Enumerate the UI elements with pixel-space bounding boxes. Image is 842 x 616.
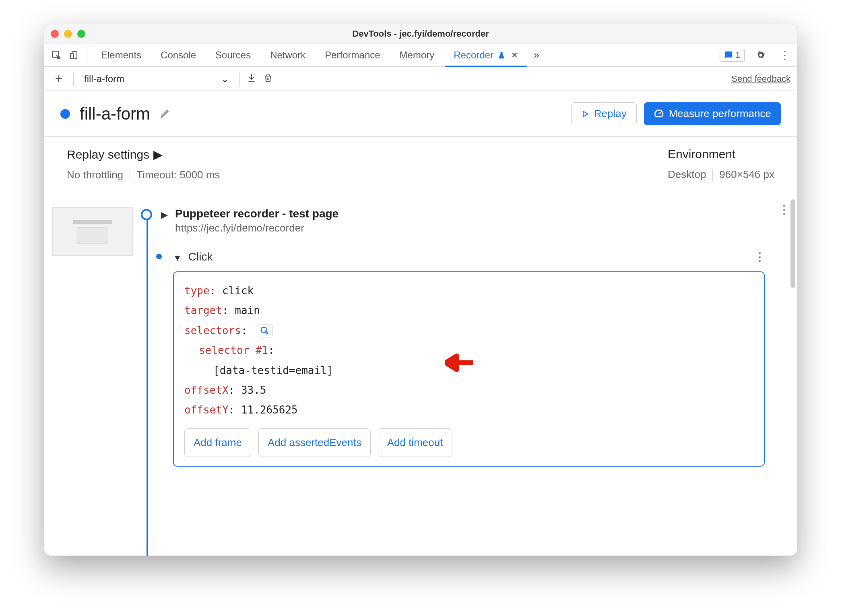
tab-sources[interactable]: Sources (206, 43, 260, 67)
more-tabs-icon[interactable]: » (528, 47, 545, 63)
measure-performance-button[interactable]: Measure performance (644, 102, 781, 125)
feedback-icon (724, 51, 733, 60)
traffic-lights (51, 30, 85, 38)
step-marker-icon (141, 209, 152, 220)
device-value: Desktop (668, 168, 706, 181)
step-click[interactable]: ▼ Click ⋮ (173, 250, 789, 263)
tab-network[interactable]: Network (261, 43, 314, 67)
settings-row: Replay settings ▶ No throttling Timeout:… (44, 137, 797, 195)
caret-right-icon: ▶ (153, 147, 163, 161)
replay-settings-toggle[interactable]: Replay settings ▶ (67, 147, 220, 161)
field-value[interactable]: 33.5 (241, 384, 266, 396)
tab-elements[interactable]: Elements (92, 43, 150, 67)
play-icon (581, 110, 589, 118)
add-frame-button[interactable]: Add frame (184, 428, 251, 457)
recording-status-dot (60, 109, 70, 119)
field-value[interactable]: 11.265625 (241, 404, 298, 416)
field-value[interactable]: main (235, 304, 260, 316)
devtools-window: DevTools - jec.fyi/demo/recorder Element… (44, 24, 797, 556)
throttling-value: No throttling (67, 169, 123, 181)
more-menu-icon[interactable]: ⋮ (777, 47, 793, 63)
recording-header: fill-a-form Replay Measure performance (44, 91, 797, 137)
export-icon[interactable] (246, 73, 257, 85)
replay-button[interactable]: Replay (571, 102, 637, 125)
field-key: target (184, 304, 222, 316)
caret-down-icon: ▼ (173, 253, 182, 263)
flask-icon (497, 51, 506, 59)
step-menu-icon[interactable]: ⋮ (754, 254, 765, 259)
timeline: ▶ Puppeteer recorder - test page https:/… (141, 207, 789, 556)
maximize-window-button[interactable] (77, 30, 85, 38)
step-marker-icon (156, 254, 162, 259)
recording-title: fill-a-form (80, 104, 150, 124)
tab-console[interactable]: Console (152, 43, 205, 67)
recorder-toolbar: + fill-a-form ⌄ Send feedback (44, 67, 797, 91)
minimize-window-button[interactable] (64, 30, 72, 38)
scrollbar[interactable] (790, 199, 795, 288)
field-value[interactable]: click (222, 285, 254, 297)
close-tab-icon[interactable]: ✕ (511, 50, 518, 60)
page-thumbnail (52, 207, 133, 256)
svg-rect-2 (70, 54, 74, 59)
arrow-annotation-icon (445, 353, 473, 373)
step-title: Puppeteer recorder - test page (175, 207, 338, 220)
caret-right-icon: ▶ (161, 210, 168, 220)
pick-selector-icon[interactable] (257, 325, 273, 337)
divider (87, 48, 87, 62)
step-details-panel: type: click target: main selectors: sele… (173, 271, 765, 467)
field-key: offsetX (184, 384, 229, 396)
viewport-value: 960×546 px (719, 168, 774, 181)
timeline-rail (147, 215, 148, 556)
feedback-badge[interactable]: 1 (720, 49, 745, 62)
add-asserted-events-button[interactable]: Add assertedEvents (258, 428, 371, 457)
edit-title-icon[interactable] (160, 107, 171, 120)
step-menu-icon[interactable]: ⋮ (778, 207, 789, 212)
selector-value[interactable]: [data-testid=email] (213, 364, 333, 376)
devtools-tabbar: Elements Console Sources Network Perform… (44, 43, 797, 67)
tab-recorder[interactable]: Recorder ✕ (445, 43, 527, 67)
step-url: https://jec.fyi/demo/recorder (175, 222, 338, 234)
titlebar: DevTools - jec.fyi/demo/recorder (44, 24, 797, 43)
settings-gear-icon[interactable] (753, 47, 769, 63)
field-key: type (184, 285, 210, 297)
timeout-value: Timeout: 5000 ms (136, 169, 220, 181)
send-feedback-link[interactable]: Send feedback (731, 74, 790, 84)
divider (73, 72, 74, 86)
new-recording-button[interactable]: + (51, 71, 67, 86)
recording-select[interactable]: fill-a-form ⌄ (80, 73, 233, 85)
delete-icon[interactable] (263, 72, 273, 85)
inspect-element-icon[interactable] (48, 47, 64, 63)
device-toolbar-icon[interactable] (66, 47, 82, 63)
field-key: offsetY (184, 404, 229, 416)
field-key: selectors (184, 325, 241, 337)
field-key: selector #1 (199, 344, 268, 356)
step-root[interactable]: ▶ Puppeteer recorder - test page https:/… (161, 207, 789, 234)
close-window-button[interactable] (51, 30, 59, 38)
divider (239, 72, 240, 86)
tab-performance[interactable]: Performance (316, 43, 389, 67)
add-timeout-button[interactable]: Add timeout (378, 428, 452, 457)
gauge-icon (654, 109, 664, 119)
chevron-down-icon: ⌄ (221, 73, 229, 85)
environment-title: Environment (668, 147, 774, 161)
tab-memory[interactable]: Memory (391, 43, 444, 67)
steps-area: ▶ Puppeteer recorder - test page https:/… (44, 195, 797, 556)
window-title: DevTools - jec.fyi/demo/recorder (352, 29, 489, 39)
